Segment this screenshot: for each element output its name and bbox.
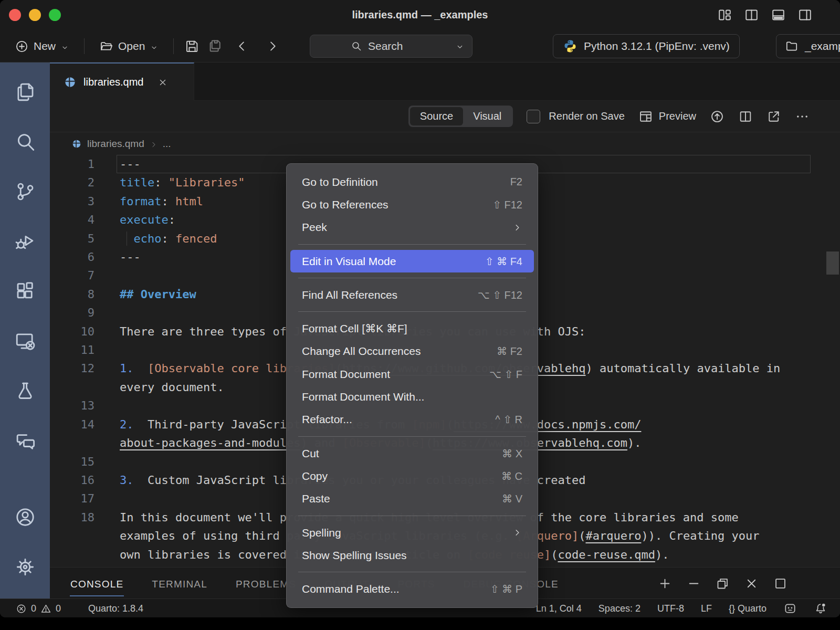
menu-item-shortcut: ⇧ ⌘ F4 [485, 255, 522, 268]
tab-label: libraries.qmd [83, 76, 143, 88]
open-button[interactable]: Open [95, 36, 163, 57]
tab-libraries-qmd[interactable]: libraries.qmd [50, 62, 194, 101]
line-number: 9 [50, 303, 94, 322]
chevron-down-icon [60, 42, 69, 51]
add-icon[interactable] [658, 576, 672, 591]
menu-item-go-to-references[interactable]: Go to References⇧ F12 [290, 193, 534, 216]
new-button[interactable]: New [10, 36, 74, 57]
error-icon [16, 603, 27, 614]
feedback-icon[interactable] [783, 602, 797, 615]
cursor-position-status[interactable]: Ln 1, Col 4 [536, 603, 582, 614]
menu-item-format-document-with[interactable]: Format Document With... [290, 385, 534, 408]
mode-toggle: Source Visual [408, 106, 513, 127]
menu-item-cut[interactable]: Cut⌘ X [290, 442, 534, 465]
menu-item-paste[interactable]: Paste⌘ V [290, 488, 534, 510]
activity-files[interactable] [9, 76, 41, 108]
quarto-version-status[interactable]: Quarto: 1.8.4 [88, 603, 143, 614]
close-tab-icon[interactable] [158, 77, 168, 88]
panel-toggle-icon[interactable] [771, 7, 786, 23]
breadcrumb-file[interactable]: libraries.qmd [87, 138, 144, 150]
activity-search-big[interactable] [9, 126, 41, 158]
menu-item-command-palette[interactable]: Command Palette...⇧ ⌘ P [290, 578, 534, 600]
activity-account[interactable] [9, 501, 41, 533]
layout-customize-icon[interactable] [717, 7, 732, 23]
problems-status[interactable]: 0 0 [16, 603, 61, 614]
plus-circle-icon [15, 39, 29, 54]
publish-icon[interactable] [710, 109, 724, 124]
open-external-icon[interactable] [766, 109, 781, 124]
secondary-sidebar-icon[interactable] [797, 7, 813, 23]
menu-item-find-all-references[interactable]: Find All References⌥ ⇧ F12 [290, 284, 534, 306]
menu-item-label: Format Cell [⌘K ⌘F] [302, 322, 407, 335]
comments-icon [14, 430, 36, 452]
workspace-button[interactable]: _examples [776, 34, 840, 58]
panel-tab-console[interactable]: CONSOLE [70, 570, 124, 596]
menu-item-copy[interactable]: Copy⌘ C [290, 465, 534, 487]
navigate-forward-icon[interactable] [265, 39, 280, 54]
menu-item-format-document[interactable]: Format Document⌥ ⇧ F [290, 363, 534, 385]
notifications-bell-icon[interactable] [814, 602, 827, 615]
split-editor-layout-icon[interactable] [744, 7, 759, 23]
indentation-status[interactable]: Spaces: 2 [598, 603, 640, 614]
menu-item-go-to-definition[interactable]: Go to DefinitionF2 [290, 171, 534, 193]
line-number: 3 [50, 192, 94, 211]
restore-icon[interactable] [716, 576, 730, 591]
account-icon [14, 506, 36, 528]
menu-item-peek[interactable]: Peek [290, 216, 534, 239]
encoding-status[interactable]: UTF-8 [657, 603, 684, 614]
toolbar-divider [173, 38, 174, 54]
menu-separator [298, 572, 526, 572]
eol-status[interactable]: LF [701, 603, 712, 614]
activity-bar [0, 62, 50, 598]
run-debug-icon [14, 230, 36, 253]
close-panel-icon[interactable] [744, 576, 759, 591]
activity-run-debug[interactable] [9, 226, 41, 257]
menu-item-shortcut: F2 [510, 176, 522, 188]
activity-testing[interactable] [9, 375, 41, 407]
menu-item-shortcut: ⇧ ⌘ P [490, 583, 522, 595]
scrollbar-thumb[interactable] [826, 251, 839, 275]
interpreter-selector[interactable]: Python 3.12.1 (PipEnv: .venv) [553, 34, 740, 58]
language-mode-status[interactable]: {} Quarto [729, 603, 766, 614]
menu-item-label: Cut [302, 447, 319, 460]
breadcrumb-more[interactable]: ... [163, 138, 171, 150]
preview-button[interactable]: Preview [638, 109, 696, 124]
menu-item-edit-in-visual-mode[interactable]: Edit in Visual Mode⇧ ⌘ F4 [290, 250, 534, 272]
maximize-icon[interactable] [773, 576, 788, 591]
save-icon[interactable] [184, 38, 200, 54]
menu-item-change-all-occurrences[interactable]: Change All Occurrences⌘ F2 [290, 340, 534, 363]
minimize-icon[interactable] [687, 576, 701, 591]
search-input[interactable]: Search [310, 35, 472, 58]
chevron-down-icon [150, 42, 159, 51]
menu-item-refactor[interactable]: Refactor...^ ⇧ R [290, 408, 534, 431]
activity-settings[interactable] [9, 551, 41, 583]
save-all-icon[interactable] [207, 38, 223, 54]
source-mode-button[interactable]: Source [410, 107, 463, 125]
activity-sessions[interactable] [9, 326, 41, 357]
activity-source-control[interactable] [9, 176, 41, 207]
render-on-save-checkbox[interactable] [527, 110, 540, 123]
folder-open-icon [99, 39, 113, 54]
activity-extensions[interactable] [9, 276, 41, 307]
activity-comments[interactable] [9, 425, 41, 457]
menu-item-format-cell-k-f[interactable]: Format Cell [⌘K ⌘F] [290, 317, 534, 340]
menu-item-shortcut: ⇧ F12 [492, 198, 522, 211]
menu-item-spelling[interactable]: Spelling [290, 521, 534, 544]
menu-item-label: Format Document With... [302, 391, 424, 403]
workspace-label: _examples [805, 40, 840, 52]
more-actions-icon[interactable] [795, 109, 810, 124]
navigate-back-icon[interactable] [235, 39, 249, 54]
visual-mode-button[interactable]: Visual [463, 107, 511, 125]
preview-label: Preview [659, 110, 696, 122]
menu-item-show-spelling-issues[interactable]: Show Spelling Issues [290, 544, 534, 566]
line-number: 18 [50, 508, 94, 527]
editor-tab-strip: libraries.qmd [50, 62, 840, 101]
menu-item-label: Spelling [302, 527, 341, 539]
panel-tab-terminal[interactable]: TERMINAL [151, 570, 208, 596]
search-big-icon [14, 131, 36, 153]
line-number [50, 545, 94, 564]
app-window: libraries.qmd — _examples New Open [0, 0, 840, 617]
error-count: 0 [31, 603, 36, 614]
split-editor-icon[interactable] [738, 109, 753, 124]
testing-icon [14, 380, 36, 402]
